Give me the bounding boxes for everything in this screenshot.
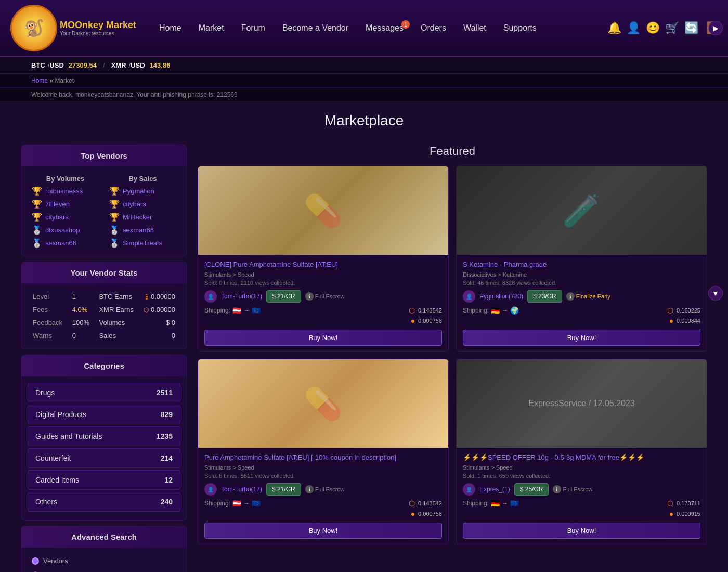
xmr-amount-1: 0.000756 [418, 318, 442, 324]
vendor-sal-1: 🏆 Pygmalion [105, 185, 180, 198]
nav-market[interactable]: Market [191, 19, 231, 37]
featured-title: Featured [198, 145, 707, 158]
product-image-4: ExpressService / 12.05.2023 [457, 359, 707, 448]
btc-dot-2: ● [669, 317, 673, 325]
category-digital[interactable]: Digital Products 829 [28, 405, 180, 424]
vendor-vol-link-4[interactable]: dtxusashop [45, 226, 80, 234]
price-button-1[interactable]: $ 21/GR [266, 290, 301, 303]
nav-forum[interactable]: Forum [234, 19, 272, 37]
categories-header: Categories [21, 355, 187, 376]
cart-icon[interactable]: 🛒 [665, 21, 679, 35]
fees-label: Fees [29, 304, 67, 316]
nav-supports[interactable]: Supports [496, 19, 544, 37]
vendor-avatar-1: 👤 [204, 290, 217, 303]
vendor-sal-link-4[interactable]: sexman66 [123, 226, 154, 234]
to-flag-4: 🇪🇺 [510, 499, 519, 508]
vendor-link-4[interactable]: Expres_(1) [479, 486, 510, 493]
user-icon[interactable]: 👤 [627, 21, 641, 35]
vendor-link-3[interactable]: Tom-Turbo(17) [221, 486, 262, 493]
vendor-vol-link-1[interactable]: roibusinesss [45, 187, 83, 195]
xmr-earns-val: ⬡ 0.00000 [139, 304, 179, 316]
vendor-stats-body: Level 1 BTC Earns ₿ 0.00000 Fees 4.0% XM… [21, 283, 187, 349]
buy-button-3[interactable]: Buy Now! [204, 523, 442, 539]
stats-table: Level 1 BTC Earns ₿ 0.00000 Fees 4.0% XM… [28, 290, 180, 343]
medal-icon-2: 🥈 [32, 238, 42, 248]
product-title-3[interactable]: Pure Amphetamine Sulfate [AT:EU] [-10% c… [204, 453, 442, 462]
product-title-2[interactable]: S Ketamine - Pharma grade [463, 260, 700, 269]
nav-home[interactable]: Home [152, 19, 189, 37]
refresh-icon[interactable]: 🔄 [684, 21, 698, 35]
product-title-1[interactable]: [CLONE] Pure Amphetamine Sulfate [AT:EU] [204, 260, 442, 269]
vendor-vol-2: 🏆 7Eleven [28, 198, 103, 211]
vendor-vol-link-2[interactable]: 7Eleven [45, 200, 70, 208]
vendor-link-1[interactable]: Tom-Turbo(17) [221, 293, 262, 300]
advanced-search-panel: Advanced Search Vendors Products [21, 526, 187, 572]
category-guides[interactable]: Guides and Tutorials 1235 [28, 426, 180, 446]
breadcrumb-home[interactable]: Home [31, 77, 48, 84]
shipping-label-2: Shipping: [463, 307, 489, 314]
by-sales-col: By Sales 🏆 Pygmalion 🏆 citybars 🏆 MrHack… [105, 173, 180, 250]
bell-icon[interactable]: 🔔 [607, 21, 621, 35]
search-option-vendors[interactable]: Vendors [28, 554, 180, 568]
price-sep2: / [103, 61, 105, 69]
escrow-btn-3[interactable]: ℹ Full Escrow [305, 485, 345, 493]
product-card-2: 🧪 S Ketamine - Pharma grade Dissociative… [456, 166, 707, 352]
scroll-button[interactable]: ▶ [708, 21, 723, 35]
vendor-sal-link-2[interactable]: citybars [123, 200, 146, 208]
escrow-btn-4[interactable]: ℹ Full Escrow [553, 485, 592, 493]
from-flag-2: 🇩🇪 [491, 306, 500, 315]
product-title-4[interactable]: ⚡⚡⚡SPEED OFFER 10g - 0.5-3g MDMA for fre… [463, 453, 700, 462]
price-button-4[interactable]: $ 25/GR [514, 483, 549, 496]
vendor-avatar-2: 👤 [463, 290, 475, 303]
product-sold-4: Sold: 1 times, 659 views collected. [463, 473, 700, 479]
product-body-3: Pure Amphetamine Sulfate [AT:EU] [-10% c… [198, 448, 448, 544]
btc-dot-4: ● [669, 510, 673, 518]
nav-orders[interactable]: Orders [413, 19, 453, 37]
profile-icon[interactable]: 😊 [646, 21, 660, 35]
product-sold-1: Sold: 0 times, 2110 views collected. [204, 280, 442, 286]
vendor-sal-link-1[interactable]: Pygmalion [123, 187, 154, 195]
vendor-vol-link-5[interactable]: sexman66 [45, 239, 76, 247]
volumes-label: Volumes [95, 317, 138, 329]
main-container: Top Vendors By Volumes 🏆 roibusinesss 🏆 … [0, 145, 728, 572]
arrow-icon-2: → [502, 307, 508, 314]
search-option-products[interactable]: Products [28, 568, 180, 572]
radio-vendors[interactable] [32, 557, 39, 565]
xmr-amount-4: 0.000915 [677, 511, 700, 517]
category-others[interactable]: Others 240 [28, 492, 180, 512]
btc-amount-2: 0.160225 [677, 307, 700, 314]
shipping-label-4: Shipping: [463, 500, 489, 507]
product-actions-3: 👤 Tom-Turbo(17) $ 21/GR ℹ Full Escrow [204, 483, 442, 496]
nav-become-vendor[interactable]: Become a Vendor [275, 19, 356, 37]
vendor-stats-header: Your Vendor Stats [21, 262, 187, 283]
arrow-icon-3: → [243, 500, 250, 507]
price-button-2[interactable]: $ 23/GR [527, 290, 562, 303]
buy-button-4[interactable]: Buy Now! [463, 523, 700, 539]
vendor-link-2[interactable]: Pygmalion(780) [479, 293, 523, 300]
finalize-early-btn-2[interactable]: ℹ Finalize Early [566, 292, 610, 301]
escrow-btn-1[interactable]: ℹ Full Escrow [305, 292, 345, 301]
trophy-icon-3: 🏆 [32, 212, 42, 222]
vendor-sal-link-5[interactable]: SimpleTreats [123, 239, 162, 247]
header: 🐒 MOOnkey Market Your Darknet resources … [0, 0, 728, 57]
vendor-sal-link-3[interactable]: MrHacker [123, 213, 152, 221]
buy-button-2[interactable]: Buy Now! [463, 330, 700, 346]
category-drugs[interactable]: Drugs 2511 [28, 383, 180, 402]
trophy-icon-s1: 🏆 [109, 186, 120, 196]
btc-earns-label: BTC Earns [95, 291, 138, 303]
category-carded[interactable]: Carded Items 12 [28, 470, 180, 490]
product-card-3: 💊 Pure Amphetamine Sulfate [AT:EU] [-10%… [198, 359, 449, 544]
nav-wallet[interactable]: Wallet [456, 19, 493, 37]
level-val: 1 [68, 291, 94, 303]
buy-button-1[interactable]: Buy Now! [204, 330, 442, 346]
scroll-indicator[interactable]: ▼ [708, 286, 723, 301]
main-nav: Home Market Forum Become a Vendor Messag… [152, 19, 597, 37]
vendor-vol-link-3[interactable]: citybars [45, 213, 69, 221]
shipping-left-2: Shipping: 🇩🇪 → 🌍 [463, 306, 519, 315]
price-button-3[interactable]: $ 21/GR [266, 483, 301, 496]
trophy-icon-s3: 🏆 [109, 212, 120, 222]
info-icon-2: ℹ [566, 292, 575, 301]
logo-area[interactable]: 🐒 MOOnkey Market Your Darknet resources [10, 5, 136, 51]
medal-icon-s1: 🥈 [109, 225, 120, 235]
category-counterfeit[interactable]: Counterfeit 214 [28, 448, 180, 468]
